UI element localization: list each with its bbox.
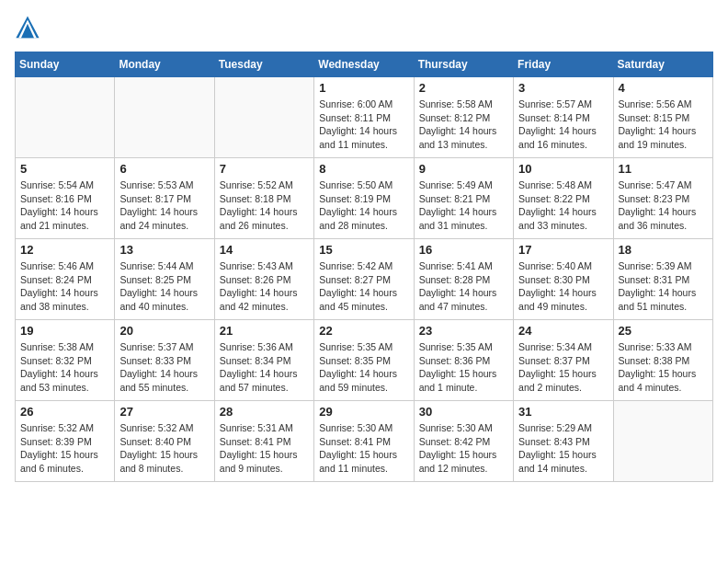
day-info: Sunrise: 5:58 AM Sunset: 8:12 PM Dayligh… (419, 98, 508, 152)
day-info: Sunrise: 5:44 AM Sunset: 8:25 PM Dayligh… (119, 259, 209, 314)
calendar-cell: 5Sunrise: 5:54 AM Sunset: 8:16 PM Daylig… (16, 158, 115, 239)
day-info: Sunrise: 5:48 AM Sunset: 8:22 PM Dayligh… (518, 178, 608, 233)
week-row-1: 5Sunrise: 5:54 AM Sunset: 8:16 PM Daylig… (16, 158, 713, 239)
day-number: 23 (419, 324, 508, 338)
day-number: 10 (518, 162, 608, 176)
day-info: Sunrise: 5:54 AM Sunset: 8:16 PM Dayligh… (20, 178, 109, 233)
day-info: Sunrise: 5:35 AM Sunset: 8:35 PM Dayligh… (319, 340, 408, 395)
calendar-cell: 24Sunrise: 5:34 AM Sunset: 8:37 PM Dayli… (514, 320, 613, 401)
calendar-cell: 10Sunrise: 5:48 AM Sunset: 8:22 PM Dayli… (514, 158, 613, 239)
weekday-header-saturday: Saturday (613, 52, 712, 77)
calendar-cell: 30Sunrise: 5:30 AM Sunset: 8:42 PM Dayli… (414, 401, 513, 482)
day-number: 26 (20, 405, 109, 419)
day-number: 28 (220, 405, 309, 419)
calendar-cell (16, 77, 115, 158)
day-number: 30 (419, 405, 508, 419)
calendar-cell: 4Sunrise: 5:56 AM Sunset: 8:15 PM Daylig… (613, 77, 712, 158)
calendar-cell (613, 401, 712, 482)
week-row-3: 19Sunrise: 5:38 AM Sunset: 8:32 PM Dayli… (16, 320, 713, 401)
day-info: Sunrise: 5:30 AM Sunset: 8:41 PM Dayligh… (319, 421, 408, 476)
calendar-cell: 3Sunrise: 5:57 AM Sunset: 8:14 PM Daylig… (514, 77, 613, 158)
calendar-cell: 12Sunrise: 5:46 AM Sunset: 8:24 PM Dayli… (16, 239, 115, 320)
day-info: Sunrise: 5:30 AM Sunset: 8:42 PM Dayligh… (419, 421, 508, 476)
calendar-cell: 13Sunrise: 5:44 AM Sunset: 8:25 PM Dayli… (115, 239, 214, 320)
day-info: Sunrise: 5:29 AM Sunset: 8:43 PM Dayligh… (518, 421, 608, 476)
day-info: Sunrise: 5:31 AM Sunset: 8:41 PM Dayligh… (220, 421, 309, 476)
calendar-cell: 22Sunrise: 5:35 AM Sunset: 8:35 PM Dayli… (314, 320, 414, 401)
calendar-cell: 31Sunrise: 5:29 AM Sunset: 8:43 PM Dayli… (514, 401, 613, 482)
calendar-cell: 6Sunrise: 5:53 AM Sunset: 8:17 PM Daylig… (115, 158, 214, 239)
day-number: 17 (518, 243, 608, 257)
day-info: Sunrise: 5:42 AM Sunset: 8:27 PM Dayligh… (319, 259, 408, 314)
day-number: 15 (319, 243, 408, 257)
weekday-header-thursday: Thursday (414, 52, 513, 77)
day-info: Sunrise: 5:34 AM Sunset: 8:37 PM Dayligh… (518, 340, 608, 395)
day-number: 11 (619, 162, 708, 176)
week-row-0: 1Sunrise: 6:00 AM Sunset: 8:11 PM Daylig… (16, 77, 713, 158)
day-number: 27 (119, 405, 209, 419)
week-row-2: 12Sunrise: 5:46 AM Sunset: 8:24 PM Dayli… (16, 239, 713, 320)
day-number: 5 (20, 162, 109, 176)
calendar-cell: 19Sunrise: 5:38 AM Sunset: 8:32 PM Dayli… (16, 320, 115, 401)
calendar-cell: 16Sunrise: 5:41 AM Sunset: 8:28 PM Dayli… (414, 239, 513, 320)
day-info: Sunrise: 5:50 AM Sunset: 8:19 PM Dayligh… (319, 178, 408, 233)
day-number: 16 (419, 243, 508, 257)
calendar-cell: 25Sunrise: 5:33 AM Sunset: 8:38 PM Dayli… (613, 320, 712, 401)
day-info: Sunrise: 5:43 AM Sunset: 8:26 PM Dayligh… (220, 259, 309, 314)
weekday-header-monday: Monday (115, 52, 214, 77)
day-number: 19 (20, 324, 109, 338)
day-number: 1 (319, 81, 408, 95)
day-info: Sunrise: 5:47 AM Sunset: 8:23 PM Dayligh… (619, 178, 708, 233)
day-number: 22 (319, 324, 408, 338)
day-info: Sunrise: 5:57 AM Sunset: 8:14 PM Dayligh… (518, 98, 608, 152)
day-info: Sunrise: 6:00 AM Sunset: 8:11 PM Dayligh… (319, 98, 408, 152)
weekday-header-row: SundayMondayTuesdayWednesdayThursdayFrid… (16, 52, 713, 77)
day-info: Sunrise: 5:49 AM Sunset: 8:21 PM Dayligh… (419, 178, 508, 233)
weekday-header-friday: Friday (514, 52, 613, 77)
page: SundayMondayTuesdayWednesdayThursdayFrid… (0, 0, 728, 491)
calendar-cell: 7Sunrise: 5:52 AM Sunset: 8:18 PM Daylig… (214, 158, 313, 239)
day-info: Sunrise: 5:41 AM Sunset: 8:28 PM Dayligh… (419, 259, 508, 314)
calendar-cell: 11Sunrise: 5:47 AM Sunset: 8:23 PM Dayli… (613, 158, 712, 239)
day-info: Sunrise: 5:36 AM Sunset: 8:34 PM Dayligh… (220, 340, 309, 395)
day-number: 20 (119, 324, 209, 338)
calendar-table: SundayMondayTuesdayWednesdayThursdayFrid… (15, 52, 713, 482)
day-info: Sunrise: 5:38 AM Sunset: 8:32 PM Dayligh… (20, 340, 109, 395)
day-number: 7 (220, 162, 309, 176)
calendar-cell: 17Sunrise: 5:40 AM Sunset: 8:30 PM Dayli… (514, 239, 613, 320)
day-info: Sunrise: 5:33 AM Sunset: 8:38 PM Dayligh… (619, 340, 708, 395)
calendar-cell: 23Sunrise: 5:35 AM Sunset: 8:36 PM Dayli… (414, 320, 513, 401)
day-info: Sunrise: 5:39 AM Sunset: 8:31 PM Dayligh… (619, 259, 708, 314)
weekday-header-wednesday: Wednesday (314, 52, 414, 77)
day-info: Sunrise: 5:52 AM Sunset: 8:18 PM Dayligh… (220, 178, 309, 233)
logo (15, 15, 42, 40)
day-info: Sunrise: 5:46 AM Sunset: 8:24 PM Dayligh… (20, 259, 109, 314)
calendar-cell: 26Sunrise: 5:32 AM Sunset: 8:39 PM Dayli… (16, 401, 115, 482)
day-info: Sunrise: 5:56 AM Sunset: 8:15 PM Dayligh… (619, 98, 708, 152)
day-number: 14 (220, 243, 309, 257)
calendar-cell: 18Sunrise: 5:39 AM Sunset: 8:31 PM Dayli… (613, 239, 712, 320)
day-number: 4 (619, 81, 708, 95)
logo-icon (15, 15, 40, 40)
day-number: 3 (518, 81, 608, 95)
calendar-cell: 15Sunrise: 5:42 AM Sunset: 8:27 PM Dayli… (314, 239, 414, 320)
calendar-cell: 21Sunrise: 5:36 AM Sunset: 8:34 PM Dayli… (214, 320, 313, 401)
calendar-cell (214, 77, 313, 158)
weekday-header-tuesday: Tuesday (214, 52, 313, 77)
calendar-cell: 29Sunrise: 5:30 AM Sunset: 8:41 PM Dayli… (314, 401, 414, 482)
day-number: 21 (220, 324, 309, 338)
day-info: Sunrise: 5:32 AM Sunset: 8:39 PM Dayligh… (20, 421, 109, 476)
day-number: 12 (20, 243, 109, 257)
day-number: 13 (119, 243, 209, 257)
day-number: 8 (319, 162, 408, 176)
calendar-cell: 9Sunrise: 5:49 AM Sunset: 8:21 PM Daylig… (414, 158, 513, 239)
calendar-cell (115, 77, 214, 158)
day-info: Sunrise: 5:32 AM Sunset: 8:40 PM Dayligh… (119, 421, 209, 476)
calendar-cell: 8Sunrise: 5:50 AM Sunset: 8:19 PM Daylig… (314, 158, 414, 239)
calendar-cell: 2Sunrise: 5:58 AM Sunset: 8:12 PM Daylig… (414, 77, 513, 158)
calendar-cell: 28Sunrise: 5:31 AM Sunset: 8:41 PM Dayli… (214, 401, 313, 482)
day-number: 29 (319, 405, 408, 419)
day-number: 24 (518, 324, 608, 338)
calendar-cell: 27Sunrise: 5:32 AM Sunset: 8:40 PM Dayli… (115, 401, 214, 482)
day-info: Sunrise: 5:37 AM Sunset: 8:33 PM Dayligh… (119, 340, 209, 395)
